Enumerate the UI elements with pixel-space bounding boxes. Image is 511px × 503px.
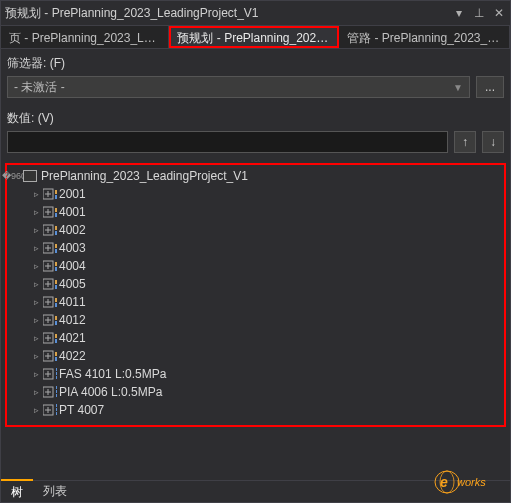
tree-root[interactable]: �960 PrePlanning_2023_LeadingProject_V1 bbox=[9, 167, 502, 185]
expander-icon[interactable]: ▹ bbox=[31, 189, 41, 199]
expander-icon[interactable]: ▹ bbox=[31, 333, 41, 343]
block-icon bbox=[43, 206, 57, 218]
tree-node[interactable]: ▹4004 bbox=[9, 257, 502, 275]
tree-node[interactable]: ▹4021 bbox=[9, 329, 502, 347]
svg-text:works: works bbox=[457, 476, 486, 488]
svg-rect-82 bbox=[56, 386, 57, 389]
block-icon bbox=[43, 278, 57, 290]
tree-node-label: 4003 bbox=[59, 241, 86, 255]
expander-icon[interactable]: ▹ bbox=[31, 261, 41, 271]
tree-node[interactable]: ▹PIA 4006 L:0.5MPa bbox=[9, 383, 502, 401]
pipe-icon bbox=[43, 386, 57, 398]
chevron-down-icon: ▼ bbox=[453, 82, 463, 93]
svg-rect-74 bbox=[56, 372, 57, 375]
svg-rect-5 bbox=[55, 195, 57, 199]
block-icon bbox=[43, 332, 57, 344]
tree-node-label: 4005 bbox=[59, 277, 86, 291]
svg-rect-3 bbox=[55, 190, 57, 194]
expander-icon[interactable]: ▹ bbox=[31, 297, 41, 307]
tree-highlight-box: �960 PrePlanning_2023_LeadingProject_V1 … bbox=[5, 163, 506, 427]
block-icon bbox=[43, 188, 57, 200]
tree-node-label: PT 4007 bbox=[59, 403, 104, 417]
tree-node[interactable]: ▹4001 bbox=[9, 203, 502, 221]
tree-node[interactable]: ▹4022 bbox=[9, 347, 502, 365]
pipe-icon bbox=[43, 404, 57, 416]
svg-rect-59 bbox=[55, 334, 57, 338]
tree-node-label: 4002 bbox=[59, 223, 86, 237]
value-up-button[interactable]: ↑ bbox=[454, 131, 476, 153]
pipe-icon bbox=[43, 368, 57, 380]
filter-label: 筛选器: (F) bbox=[1, 49, 510, 74]
tab-2[interactable]: 管路 - PrePlanning_2023_Lea... bbox=[339, 26, 510, 48]
svg-rect-91 bbox=[56, 404, 57, 407]
block-icon bbox=[43, 314, 57, 326]
svg-rect-38 bbox=[55, 280, 57, 284]
svg-rect-93 bbox=[56, 412, 57, 415]
svg-rect-84 bbox=[56, 394, 57, 397]
svg-rect-61 bbox=[55, 339, 57, 343]
svg-rect-75 bbox=[56, 376, 57, 379]
logo: e works bbox=[433, 470, 503, 497]
svg-rect-31 bbox=[55, 262, 57, 266]
tree-node-label: 4021 bbox=[59, 331, 86, 345]
expander-icon[interactable]: ▹ bbox=[31, 279, 41, 289]
expander-icon[interactable]: ▹ bbox=[31, 387, 41, 397]
pin-icon[interactable]: ⊥ bbox=[472, 6, 486, 20]
tab-0[interactable]: 页 - PrePlanning_2023_Leadi... bbox=[1, 26, 169, 48]
tree-node[interactable]: ▹PT 4007 bbox=[9, 401, 502, 419]
tree-node[interactable]: ▹4011 bbox=[9, 293, 502, 311]
svg-rect-73 bbox=[56, 368, 57, 371]
svg-rect-19 bbox=[55, 231, 57, 235]
expander-icon[interactable]: ▹ bbox=[31, 369, 41, 379]
value-down-button[interactable]: ↓ bbox=[482, 131, 504, 153]
tab-1[interactable]: 预规划 - PrePlanning_2023_L... bbox=[169, 26, 339, 48]
tree-root-label: PrePlanning_2023_LeadingProject_V1 bbox=[41, 169, 248, 183]
block-icon bbox=[43, 350, 57, 362]
expander-icon[interactable]: ▹ bbox=[31, 351, 41, 361]
tree-node[interactable]: ▹FAS 4101 L:0.5MPa bbox=[9, 365, 502, 383]
svg-rect-54 bbox=[55, 321, 57, 325]
expander-icon[interactable]: �960 bbox=[9, 171, 19, 181]
filter-select[interactable]: - 未激活 - ▼ bbox=[7, 76, 470, 98]
svg-rect-33 bbox=[55, 267, 57, 271]
tree-node-label: 4022 bbox=[59, 349, 86, 363]
svg-rect-40 bbox=[55, 285, 57, 289]
expander-icon[interactable]: ▹ bbox=[31, 225, 41, 235]
tree-node-label: 4001 bbox=[59, 205, 86, 219]
tree-node[interactable]: ▹4012 bbox=[9, 311, 502, 329]
tree-node[interactable]: ▹4002 bbox=[9, 221, 502, 239]
panel-title: 预规划 - PrePlanning_2023_LeadingProject_V1 bbox=[5, 5, 452, 22]
svg-rect-45 bbox=[55, 298, 57, 302]
tree-node-label: 4011 bbox=[59, 295, 86, 309]
value-input[interactable] bbox=[7, 131, 448, 153]
tree-node[interactable]: ▹4005 bbox=[9, 275, 502, 293]
svg-rect-17 bbox=[55, 226, 57, 230]
expander-icon[interactable]: ▹ bbox=[31, 405, 41, 415]
block-icon bbox=[43, 260, 57, 272]
svg-rect-10 bbox=[55, 208, 57, 212]
svg-rect-26 bbox=[55, 249, 57, 253]
project-icon bbox=[23, 170, 37, 182]
dropdown-icon[interactable]: ▾ bbox=[452, 6, 466, 20]
svg-text:e: e bbox=[440, 474, 448, 490]
filter-more-button[interactable]: ... bbox=[476, 76, 504, 98]
close-icon[interactable]: ✕ bbox=[492, 6, 506, 20]
tree-node[interactable]: ▹4003 bbox=[9, 239, 502, 257]
svg-rect-92 bbox=[56, 408, 57, 411]
expander-icon[interactable]: ▹ bbox=[31, 207, 41, 217]
filter-value: - 未激活 - bbox=[14, 79, 65, 96]
svg-rect-66 bbox=[55, 352, 57, 356]
tree-node-label: 4004 bbox=[59, 259, 86, 273]
svg-rect-68 bbox=[55, 357, 57, 361]
svg-rect-52 bbox=[55, 316, 57, 320]
expander-icon[interactable]: ▹ bbox=[31, 315, 41, 325]
tree-node-label: FAS 4101 L:0.5MPa bbox=[59, 367, 166, 381]
tree-node[interactable]: ▹2001 bbox=[9, 185, 502, 203]
svg-rect-47 bbox=[55, 303, 57, 307]
footer-tab-tree[interactable]: 树 bbox=[1, 479, 33, 504]
expander-icon[interactable]: ▹ bbox=[31, 243, 41, 253]
block-icon bbox=[43, 224, 57, 236]
svg-rect-24 bbox=[55, 244, 57, 248]
footer-tab-list[interactable]: 列表 bbox=[33, 480, 77, 503]
block-icon bbox=[43, 296, 57, 308]
